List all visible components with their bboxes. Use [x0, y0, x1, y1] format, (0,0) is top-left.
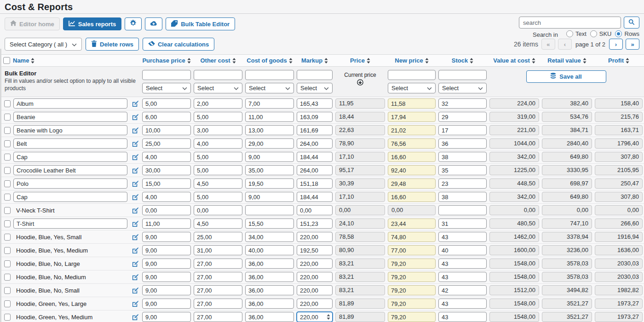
bulk-select-new_price[interactable]: Select: [388, 83, 436, 93]
row-checkbox[interactable]: [4, 314, 11, 321]
edit-product-icon[interactable]: [132, 100, 139, 107]
delete-rows-button[interactable]: Delete rows: [86, 38, 139, 51]
stock-input[interactable]: [438, 312, 487, 322]
edit-product-icon[interactable]: [132, 167, 139, 174]
other-cost-input[interactable]: [194, 125, 242, 135]
markup-input[interactable]: [297, 245, 333, 255]
markup-input[interactable]: [297, 178, 333, 189]
purchase-price-input[interactable]: [142, 152, 191, 162]
row-checkbox[interactable]: [4, 154, 11, 161]
purchase-price-input[interactable]: [142, 245, 191, 255]
row-checkbox[interactable]: [4, 114, 11, 121]
cost-of-goods-input[interactable]: [245, 178, 294, 189]
other-cost-input[interactable]: [194, 259, 242, 269]
cost-of-goods-input[interactable]: [245, 125, 294, 135]
bulk-select-markup[interactable]: Select: [297, 83, 333, 93]
row-checkbox[interactable]: [4, 287, 11, 294]
new-price-input[interactable]: [388, 218, 436, 229]
new-price-input[interactable]: [388, 98, 436, 109]
new-price-input[interactable]: [388, 112, 436, 122]
row-checkbox[interactable]: [4, 207, 11, 214]
purchase-price-input[interactable]: [142, 218, 191, 229]
bulk-select-other[interactable]: Select: [194, 83, 242, 93]
stock-input[interactable]: [438, 285, 487, 295]
cost-of-goods-input[interactable]: [245, 299, 294, 309]
stock-input[interactable]: [438, 205, 487, 215]
edit-product-icon[interactable]: [132, 114, 139, 121]
bulk-table-editor-button[interactable]: Bulk Table Editor: [166, 17, 235, 30]
cost-of-goods-input[interactable]: [245, 272, 294, 282]
markup-input[interactable]: [297, 125, 333, 135]
row-checkbox[interactable]: [4, 140, 11, 147]
edit-product-icon[interactable]: [132, 207, 139, 214]
product-name-input[interactable]: [13, 165, 127, 175]
new-price-input[interactable]: [388, 192, 436, 202]
bulk-input-new_price[interactable]: [388, 70, 436, 80]
other-cost-input[interactable]: [194, 98, 242, 109]
cost-of-goods-input[interactable]: [245, 112, 294, 122]
bulk-select-purchase[interactable]: Select: [142, 83, 191, 93]
purchase-price-input[interactable]: [142, 205, 191, 215]
bulk-input-stock[interactable]: [438, 70, 487, 80]
row-checkbox[interactable]: [4, 127, 11, 134]
edit-product-icon[interactable]: [132, 247, 139, 254]
select-category-dropdown[interactable]: Select Category ( all ): [5, 38, 82, 51]
settings-button[interactable]: [125, 17, 142, 30]
edit-product-icon[interactable]: [132, 314, 139, 321]
search-in-radio-text[interactable]: Text: [566, 30, 586, 37]
other-cost-input[interactable]: [194, 272, 242, 282]
purchase-price-input[interactable]: [142, 165, 191, 175]
column-header-purchase[interactable]: Purchase price: [141, 57, 192, 64]
edit-product-icon[interactable]: [132, 194, 139, 201]
markup-input[interactable]: [297, 165, 333, 175]
new-price-input[interactable]: [388, 178, 436, 189]
product-name-input[interactable]: [13, 218, 127, 229]
column-header-name[interactable]: Name: [12, 57, 129, 64]
purchase-price-input[interactable]: [142, 299, 191, 309]
purchase-price-input[interactable]: [142, 232, 191, 242]
other-cost-input[interactable]: [194, 165, 242, 175]
stock-input[interactable]: [438, 232, 487, 242]
cost-of-goods-input[interactable]: [245, 218, 294, 229]
stock-input[interactable]: [438, 138, 487, 149]
bulk-input-markup[interactable]: [297, 70, 333, 80]
stock-input[interactable]: [438, 299, 487, 309]
markup-input[interactable]: [297, 259, 333, 269]
purchase-price-input[interactable]: [142, 178, 191, 189]
product-name-input[interactable]: [13, 178, 127, 189]
search-input[interactable]: [519, 17, 621, 29]
product-name-input[interactable]: [13, 98, 127, 109]
stock-input[interactable]: [438, 218, 487, 229]
page-last-button[interactable]: »: [626, 39, 639, 50]
purchase-price-input[interactable]: [142, 272, 191, 282]
row-checkbox[interactable]: [4, 260, 11, 267]
markup-input[interactable]: [297, 232, 333, 242]
purchase-price-input[interactable]: [142, 138, 191, 149]
new-price-input[interactable]: [388, 245, 436, 255]
editor-home-button[interactable]: Editor home: [5, 17, 60, 30]
edit-product-icon[interactable]: [132, 300, 139, 307]
other-cost-input[interactable]: [194, 245, 242, 255]
other-cost-input[interactable]: [194, 299, 242, 309]
stock-input[interactable]: [438, 125, 487, 135]
cost-of-goods-input[interactable]: [245, 138, 294, 149]
other-cost-input[interactable]: [194, 138, 242, 149]
product-name-input[interactable]: [13, 192, 127, 202]
other-cost-input[interactable]: [194, 312, 242, 322]
radio-circle[interactable]: [615, 30, 622, 37]
search-button[interactable]: [624, 17, 639, 29]
product-name-input[interactable]: [13, 112, 127, 122]
row-checkbox[interactable]: [4, 180, 11, 187]
column-header-retail_value[interactable]: Retail value: [540, 57, 593, 64]
row-checkbox[interactable]: [4, 300, 11, 307]
bulk-input-cogs[interactable]: [245, 70, 294, 80]
radio-circle[interactable]: [566, 30, 573, 37]
cost-of-goods-input[interactable]: [245, 232, 294, 242]
stock-input[interactable]: [438, 259, 487, 269]
export-button[interactable]: [145, 17, 162, 30]
row-checkbox[interactable]: [4, 100, 11, 107]
purchase-price-input[interactable]: [142, 259, 191, 269]
stock-input[interactable]: [438, 192, 487, 202]
cost-of-goods-input[interactable]: [245, 285, 294, 295]
cost-of-goods-input[interactable]: [245, 152, 294, 162]
